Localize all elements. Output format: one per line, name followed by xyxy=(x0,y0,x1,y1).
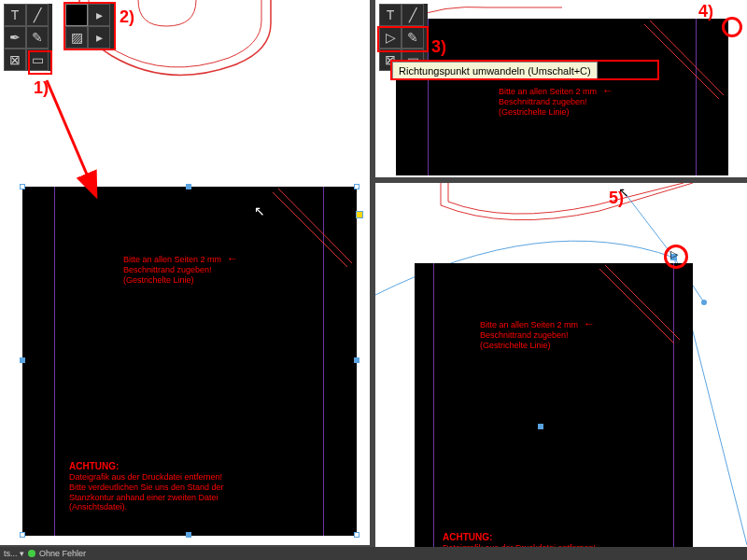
svg-line-3 xyxy=(47,80,95,194)
pencil-tool-icon[interactable]: ✎ xyxy=(402,26,424,49)
label-3: 3) xyxy=(431,37,446,57)
label-4: 4) xyxy=(698,2,713,21)
top-right-panel: Bitte an allen Seiten 2 mm← Beschnittran… xyxy=(375,0,747,177)
guide-v xyxy=(696,19,697,175)
guide-v xyxy=(428,19,429,175)
type-tool-icon[interactable]: T xyxy=(379,4,402,26)
artboard-br[interactable]: Bitte an allen Seiten 2 mm← Beschnittran… xyxy=(415,263,693,558)
hint-block: Bitte an allen Seiten 2 mm← Beschnittran… xyxy=(499,84,613,118)
svg-line-10 xyxy=(599,269,674,343)
selection-handle[interactable] xyxy=(186,184,191,189)
swatch-toolbar-left: ▸ ▨ ▸ xyxy=(65,4,114,49)
line-tool-icon[interactable]: ╱ xyxy=(26,4,49,26)
status-bar: ts... ▾ Ohne Fehler xyxy=(0,547,747,560)
bottom-right-panel: ↖ ▷ Bitte an allen Seiten 2 mm← Beschnit… xyxy=(375,183,747,560)
svg-line-5 xyxy=(650,21,724,95)
guide-v xyxy=(673,263,674,558)
status-dot-icon xyxy=(28,550,35,557)
convert-cursor-icon: ▷ xyxy=(670,248,678,260)
hint-block: Bitte an allen Seiten 2 mm← Beschnittran… xyxy=(480,317,595,351)
bevel-edge xyxy=(616,19,728,131)
label-2: 2) xyxy=(120,7,134,27)
rectangle-tool-icon[interactable]: ▭ xyxy=(26,49,49,71)
no-fill-icon[interactable]: ▨ xyxy=(65,26,88,49)
selection-handle[interactable] xyxy=(354,357,359,363)
red-arrow xyxy=(39,75,114,205)
outline-shape-tr xyxy=(413,0,599,19)
status-text: Ohne Fehler xyxy=(39,549,86,558)
bevel-edge xyxy=(581,263,693,375)
label-5: 5) xyxy=(609,189,624,208)
svg-line-11 xyxy=(605,265,680,340)
guide-v xyxy=(54,187,55,536)
svg-line-4 xyxy=(644,24,719,99)
guide-v xyxy=(323,187,324,536)
selection-handle[interactable] xyxy=(354,532,359,538)
svg-line-0 xyxy=(273,192,347,267)
stroke-icon[interactable]: ▸ xyxy=(88,26,110,49)
svg-line-6 xyxy=(626,194,674,258)
selection-handle[interactable] xyxy=(354,184,359,189)
swap-icon[interactable]: ▸ xyxy=(88,4,110,26)
selection-handle[interactable] xyxy=(20,532,25,538)
pen-tool-icon[interactable]: ✒ xyxy=(4,26,26,49)
control-handle[interactable] xyxy=(356,211,363,218)
tooltip: Richtungspunkt umwandeln (Umschalt+C) xyxy=(392,62,598,80)
svg-point-8 xyxy=(701,300,707,305)
fill-swatch-icon[interactable] xyxy=(65,4,88,26)
type-tool-icon[interactable]: T xyxy=(4,4,26,26)
artboard-left[interactable]: Bitte an allen Seiten 2 mm← Beschnittran… xyxy=(22,187,357,536)
guide-v xyxy=(433,263,434,558)
hint-block: Bitte an allen Seiten 2 mm← Beschnittran… xyxy=(123,252,238,286)
anchor-point[interactable] xyxy=(538,424,543,429)
convert-point-tool-icon[interactable]: ▷ xyxy=(379,26,402,49)
cursor-icon: ↖ xyxy=(254,203,265,218)
pencil-tool-icon[interactable]: ✎ xyxy=(26,26,49,49)
svg-line-1 xyxy=(278,189,352,263)
selection-handle[interactable] xyxy=(20,357,25,363)
selection-handle[interactable] xyxy=(20,184,25,189)
toolbar-main-left: T ╱ ✒ ✎ ⊠ ▭ xyxy=(4,4,52,71)
selection-handle[interactable] xyxy=(186,532,191,538)
warning-block: ACHTUNG: Dateigrafik aus der Druckdatei … xyxy=(69,461,224,512)
frame-tool-icon[interactable]: ⊠ xyxy=(4,49,26,71)
status-menu[interactable]: ts... ▾ xyxy=(4,549,24,558)
line-tool-icon[interactable]: ╱ xyxy=(402,4,424,26)
